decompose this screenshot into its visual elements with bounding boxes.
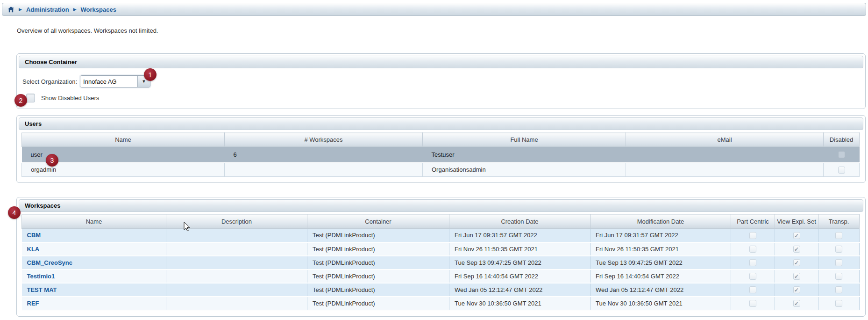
workspaces-title: Workspaces: [25, 202, 60, 209]
choose-container-title: Choose Container: [25, 58, 77, 65]
part-centric-checkbox[interactable]: [749, 300, 756, 307]
workspaces-panel: Workspaces Name Description Container Cr…: [16, 197, 866, 317]
view-expl-set-checkbox[interactable]: ✓: [793, 300, 800, 307]
view-expl-set-checkbox[interactable]: ✓: [793, 232, 800, 239]
home-icon[interactable]: [7, 6, 14, 13]
table-row-user[interactable]: user 6 Testuser: [22, 147, 860, 163]
user-email-cell: [626, 163, 824, 177]
choose-container-panel: Choose Container Select Organization: In…: [16, 53, 866, 109]
transp-checkbox[interactable]: [835, 246, 842, 253]
transp-checkbox[interactable]: [835, 286, 842, 293]
table-row-workspace[interactable]: Testimio1 Test (PDMLinkProduct) Fri Sep …: [22, 269, 860, 283]
users-panel: Users Name # Workspaces Full Name eMail …: [16, 115, 866, 183]
table-row-workspace[interactable]: KLA Test (PDMLinkProduct) Fri Nov 26 11:…: [22, 242, 860, 256]
transp-checkbox[interactable]: [835, 232, 842, 239]
ws-col-viewexplset[interactable]: View Expl. Set: [775, 215, 818, 229]
ws-col-creation[interactable]: Creation Date: [449, 215, 591, 229]
choose-container-header: Choose Container: [19, 56, 863, 68]
table-row-workspace[interactable]: CBM_CreoSync Test (PDMLinkProduct) Tue S…: [22, 256, 860, 269]
mouse-cursor-icon: [184, 222, 191, 233]
part-centric-checkbox[interactable]: [749, 259, 756, 266]
part-centric-checkbox[interactable]: [749, 232, 756, 239]
annotation-badge-4: 4: [8, 206, 21, 219]
view-expl-set-checkbox[interactable]: ✓: [793, 246, 800, 253]
user-email-cell: [626, 147, 824, 163]
workspace-link[interactable]: Testimio1: [27, 273, 55, 280]
chevron-down-icon: ▼: [142, 79, 146, 84]
ws-col-transp[interactable]: Transp.: [818, 215, 860, 229]
ws-container-cell: Test (PDMLinkProduct): [307, 283, 449, 297]
breadcrumb-link-workspaces[interactable]: Workspaces: [81, 6, 116, 13]
ws-description-cell: [166, 297, 307, 310]
annotation-badge-3: 3: [46, 154, 58, 167]
ws-description-cell: [166, 283, 307, 297]
ws-modification-cell: Tue Nov 30 10:36:50 GMT 2021: [591, 297, 731, 310]
table-row-workspace[interactable]: CBM Test (PDMLinkProduct) Fri Jun 17 09:…: [22, 229, 860, 242]
users-title: Users: [25, 120, 42, 127]
transp-checkbox[interactable]: [835, 300, 842, 307]
users-col-name[interactable]: Name: [22, 133, 225, 147]
chevron-right-icon: ▶: [19, 7, 22, 12]
ws-description-cell: [166, 256, 307, 269]
show-disabled-users-label: Show Disabled Users: [41, 95, 99, 102]
select-organization-label: Select Organization:: [22, 78, 77, 85]
ws-modification-cell: Tue Sep 13 09:47:25 GMT 2022: [591, 256, 731, 269]
user-workspaces-cell: [225, 163, 423, 177]
annotation-badge-2: 2: [14, 94, 27, 107]
ws-creation-cell: Tue Sep 13 09:47:25 GMT 2022: [449, 256, 591, 269]
ws-creation-cell: Fri Nov 26 11:50:35 GMT 2021: [449, 242, 591, 256]
ws-col-modification[interactable]: Modification Date: [591, 215, 731, 229]
users-col-email[interactable]: eMail: [626, 133, 824, 147]
view-expl-set-checkbox[interactable]: ✓: [793, 286, 800, 293]
chevron-right-icon: ▶: [73, 7, 77, 12]
part-centric-checkbox[interactable]: [749, 246, 756, 253]
ws-col-name[interactable]: Name: [22, 215, 166, 229]
workspaces-header: Workspaces: [19, 199, 863, 212]
workspace-link[interactable]: KLA: [27, 246, 40, 253]
ws-creation-cell: Fri Jun 17 09:31:57 GMT 2022: [449, 229, 591, 242]
ws-modification-cell: Fri Jun 17 09:31:57 GMT 2022: [591, 229, 731, 242]
organization-dropdown-value[interactable]: Innoface AG: [80, 76, 137, 87]
users-header: Users: [19, 117, 863, 130]
transp-checkbox[interactable]: [835, 259, 842, 266]
disabled-checkbox[interactable]: [838, 167, 845, 174]
show-disabled-users-checkbox[interactable]: [26, 94, 35, 102]
user-workspaces-cell: 6: [225, 147, 423, 163]
table-row-workspace[interactable]: REF Test (PDMLinkProduct) Tue Nov 30 10:…: [22, 297, 860, 310]
part-centric-checkbox[interactable]: [749, 286, 756, 293]
ws-description-cell: [166, 269, 307, 283]
ws-modification-cell: Fri Sep 16 14:40:54 GMT 2022: [591, 269, 731, 283]
table-row-orgadmin[interactable]: orgadmin Organisationsadmin: [22, 163, 860, 177]
part-centric-checkbox[interactable]: [749, 273, 756, 280]
ws-description-cell: [166, 242, 307, 256]
view-expl-set-checkbox[interactable]: ✓: [793, 273, 800, 280]
users-col-fullname[interactable]: Full Name: [423, 133, 626, 147]
disabled-checkbox[interactable]: [838, 151, 845, 158]
user-fullname-cell: Testuser: [423, 147, 626, 163]
ws-creation-cell: Wed Jan 05 12:12:47 GMT 2022: [449, 283, 591, 297]
ws-container-cell: Test (PDMLinkProduct): [307, 242, 449, 256]
workspace-link[interactable]: REF: [27, 300, 39, 307]
users-col-disabled[interactable]: Disabled: [824, 133, 860, 147]
overview-text: Overview of all workspaces. Workspaces n…: [17, 27, 868, 34]
breadcrumb: ▶ Administration ▶ Workspaces: [2, 3, 866, 16]
users-table: Name # Workspaces Full Name eMail Disabl…: [21, 132, 860, 177]
table-row-workspace[interactable]: TEST MAT Test (PDMLinkProduct) Wed Jan 0…: [22, 283, 860, 297]
ws-col-container[interactable]: Container: [307, 215, 449, 229]
workspace-link[interactable]: TEST MAT: [27, 286, 57, 293]
workspace-link[interactable]: CBM_CreoSync: [27, 259, 73, 266]
ws-container-cell: Test (PDMLinkProduct): [307, 256, 449, 269]
ws-creation-cell: Fri Sep 16 14:40:54 GMT 2022: [449, 269, 591, 283]
ws-container-cell: Test (PDMLinkProduct): [307, 297, 449, 310]
transp-checkbox[interactable]: [835, 273, 842, 280]
organization-dropdown[interactable]: Innoface AG ▼: [80, 75, 150, 87]
ws-modification-cell: Wed Jan 05 12:12:47 GMT 2022: [591, 283, 731, 297]
users-col-workspaces[interactable]: # Workspaces: [225, 133, 423, 147]
ws-col-partcentric[interactable]: Part Centric: [731, 215, 775, 229]
view-expl-set-checkbox[interactable]: ✓: [793, 259, 800, 266]
ws-container-cell: Test (PDMLinkProduct): [307, 269, 449, 283]
workspace-link[interactable]: CBM: [27, 232, 41, 239]
breadcrumb-link-administration[interactable]: Administration: [26, 6, 69, 13]
workspaces-table: Name Description Container Creation Date…: [21, 214, 860, 311]
ws-modification-cell: Fri Nov 26 11:50:35 GMT 2021: [591, 242, 731, 256]
